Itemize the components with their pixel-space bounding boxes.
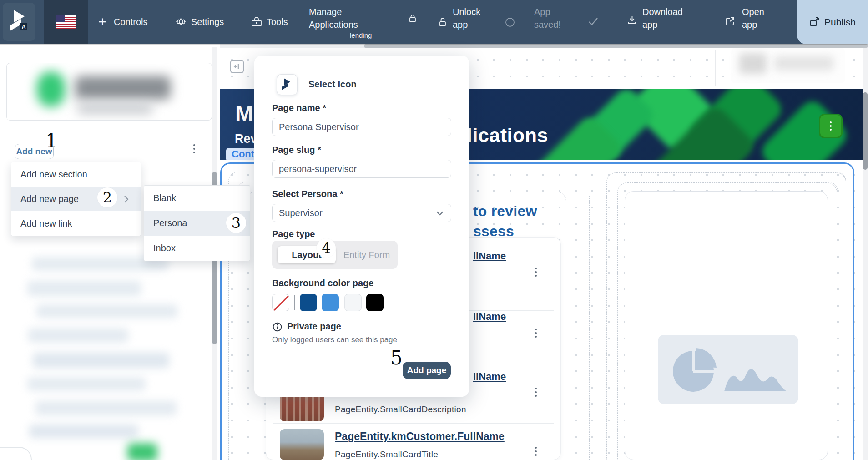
banner-options-button[interactable] <box>819 114 843 138</box>
entity-title-link[interactable]: llName <box>473 311 506 323</box>
horizontal-scrollbar-thumb[interactable] <box>364 44 868 48</box>
lock-closed-icon[interactable] <box>408 13 418 23</box>
page-type-entity-form-option[interactable]: Entity Form <box>336 241 398 269</box>
nav-manage-applications[interactable]: Manage Applications <box>309 5 369 31</box>
card-title-link[interactable]: PageEntity.SmallCardTitle <box>335 450 438 460</box>
banner-title-fragment-right: lications <box>467 124 548 147</box>
color-swatch-darkblue[interactable] <box>300 294 317 311</box>
chevron-right-icon <box>124 196 129 203</box>
app-logo[interactable]: A <box>3 3 35 41</box>
blurred-toolbar-card <box>731 48 845 83</box>
nav-unlock-app[interactable]: Unlock app <box>453 5 488 31</box>
open-external-icon <box>725 16 735 26</box>
page-name-label: Page name * <box>272 103 326 113</box>
publish-label: Publish <box>824 17 856 28</box>
color-swatch-white[interactable] <box>344 294 362 311</box>
row-thumbnail-image <box>280 429 324 460</box>
chart-placeholder-image <box>658 335 798 404</box>
nav-controls[interactable]: Controls <box>114 17 147 27</box>
select-persona-label: Select Persona * <box>272 189 343 199</box>
page-type-label: Page type <box>272 229 315 239</box>
gear-icon <box>176 16 187 27</box>
entity-title-link[interactable]: llName <box>473 250 506 262</box>
swatch-divider <box>294 295 295 310</box>
publish-button[interactable]: Publish <box>797 0 868 44</box>
blurred-logo-text <box>75 76 171 100</box>
add-page-button[interactable]: Add page <box>403 362 451 379</box>
select-icon-button[interactable] <box>277 74 298 95</box>
card-description-link[interactable]: PageEntity.SmallCardDescription <box>335 404 466 415</box>
blurred-logo-mark <box>37 71 65 107</box>
nav-settings[interactable]: Settings <box>191 17 224 27</box>
row-divider <box>273 423 554 424</box>
page-icon <box>281 78 293 91</box>
row-options-button[interactable] <box>535 329 537 338</box>
persona-selected-value: Supervisor <box>279 208 323 218</box>
menu-item-add-new-link[interactable]: Add new link <box>11 211 141 236</box>
top-navbar: A + Controls Settings Tools Manage Appli… <box>0 0 868 44</box>
private-page-description: Only logged users can see this page <box>272 335 397 344</box>
color-swatch-none[interactable] <box>272 294 289 311</box>
persona-select[interactable]: Supervisor <box>272 204 451 222</box>
check-icon <box>588 16 599 26</box>
step-annotation-1: 1 <box>45 130 58 152</box>
color-swatch-blue[interactable] <box>322 294 339 311</box>
content-card <box>625 191 828 460</box>
entity-title-link[interactable]: PageEntity.kmCustomer.FullName <box>335 430 505 443</box>
divider <box>715 50 716 86</box>
submenu-item-blank[interactable]: Blank <box>144 186 250 211</box>
step-annotation-2: 2 <box>97 187 117 207</box>
menu-item-add-new-section[interactable]: Add new section <box>11 162 141 187</box>
nav-download-app[interactable]: Download app <box>642 5 690 31</box>
lock-open-icon <box>438 17 448 28</box>
page-name-input[interactable] <box>272 118 451 136</box>
page-slug-label: Page slug * <box>272 145 321 155</box>
add-page-modal: Select Icon Page name * Page slug * Sele… <box>254 56 469 397</box>
menu-item-add-new-page[interactable]: Add new page <box>11 187 141 211</box>
private-page-label: Private page <box>287 321 341 332</box>
select-icon-label: Select Icon <box>308 79 357 90</box>
blurred-green-badge <box>127 443 157 460</box>
toolbox-icon <box>251 17 262 27</box>
column-gap-outline <box>577 196 577 460</box>
section-heading-fragment: to review <box>473 203 537 220</box>
app-logo-card <box>6 63 212 121</box>
canvas-scrollbar-thumb[interactable] <box>863 92 868 170</box>
submenu-item-inbox[interactable]: Inbox <box>144 236 250 261</box>
info-icon <box>505 17 515 27</box>
collapse-panel-icon[interactable] <box>230 60 244 73</box>
step-annotation-5: 5 <box>390 347 403 369</box>
row-options-button[interactable] <box>535 447 537 456</box>
color-swatch-black[interactable] <box>366 294 384 311</box>
svg-text:A: A <box>22 24 26 30</box>
kebab-icon <box>830 121 832 131</box>
entity-title-link[interactable]: llName <box>473 371 506 383</box>
app-saved-status: App saved! <box>534 5 566 31</box>
step-annotation-3: 3 <box>226 213 246 233</box>
info-icon <box>273 322 282 332</box>
step-annotation-4: 4 <box>317 238 336 258</box>
sidebar-options-button[interactable] <box>193 144 195 153</box>
row-options-button[interactable] <box>535 268 537 277</box>
column-gap-outline <box>589 196 590 460</box>
row-options-button[interactable] <box>535 388 537 397</box>
add-new-menu: Add new section Add new page Add new lin… <box>11 162 141 236</box>
page-slug-input[interactable] <box>272 160 451 178</box>
plus-icon: + <box>98 14 107 30</box>
background-color-label: Background color page <box>272 278 373 288</box>
us-flag-icon <box>56 15 76 29</box>
nav-open-app[interactable]: Open app <box>742 5 771 31</box>
publish-icon <box>809 17 820 28</box>
download-icon <box>627 15 637 25</box>
app-builder-screen: Mo lications Rev Cont to review ssess ll… <box>0 0 868 460</box>
app-tag: lending <box>350 31 372 39</box>
language-selector[interactable] <box>44 0 88 44</box>
blurred-logo-subtext <box>77 103 152 114</box>
nav-tools[interactable]: Tools <box>267 17 288 27</box>
chevron-down-icon <box>436 211 444 216</box>
blurred-card-corner <box>0 447 32 460</box>
